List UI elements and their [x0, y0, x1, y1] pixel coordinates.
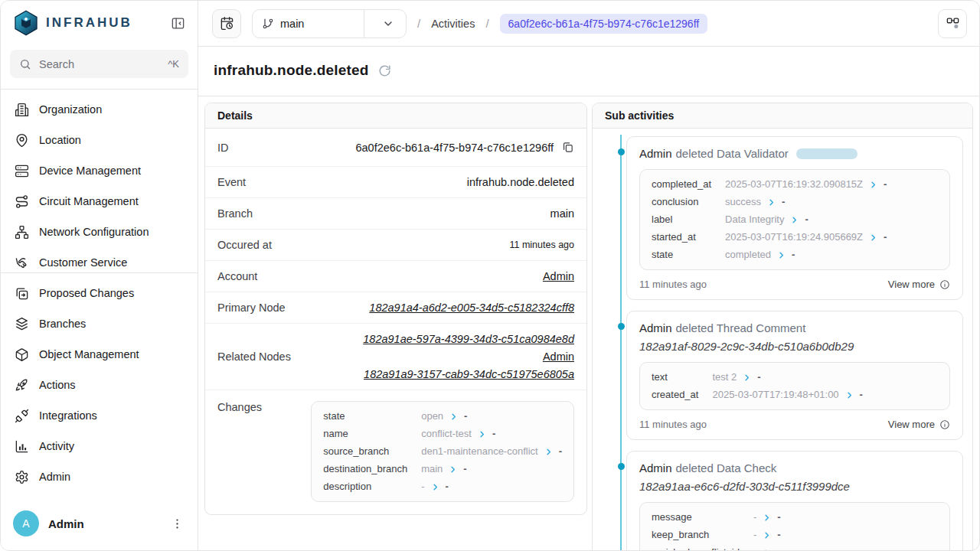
sub-activity-card: Admin deleted Thread Comment 182a91af-80… [626, 311, 963, 440]
related-node-link[interactable]: 182a91ae-597a-4399-34d3-c51ca0984e8d [363, 333, 574, 345]
search-placeholder: Search [39, 58, 160, 70]
activity-title: Admin deleted Data Check [639, 461, 950, 474]
activity-title: Admin deleted Data Validator [639, 147, 950, 160]
activity-properties: completed_at 2025-03-07T16:19:32.090815Z… [639, 169, 950, 270]
refresh-button[interactable] [378, 64, 391, 77]
chevron-right-icon [743, 373, 751, 382]
activity-actor: Admin [639, 147, 672, 160]
detail-row-occured-at: Occured at 11 minutes ago [205, 230, 586, 261]
chevron-right-icon [869, 233, 877, 242]
activity-properties: message -- keep_branch -- enriched_confl… [639, 502, 950, 550]
sidebar-nav-secondary: Proposed Changes Branches Object Managem… [1, 273, 198, 497]
detail-row-event: Event infrahub.node.deleted [205, 167, 586, 198]
sidebar-item-label: Proposed Changes [39, 287, 134, 299]
detail-label: Event [217, 176, 246, 188]
sub-activity-card: Admin deleted Data Validator completed_a… [626, 136, 963, 300]
details-panel: Details ID 6a0f2e6c-b61a-4f75-b974-c76c1… [204, 103, 587, 515]
sub-activities-panel: Sub activities Admin deleted Data Valida… [592, 103, 973, 550]
branch-dropdown-toggle[interactable] [371, 18, 406, 30]
sidebar-item-admin[interactable]: Admin [7, 461, 191, 492]
sidebar-item-activity[interactable]: Activity [7, 431, 191, 461]
user-kebab-button[interactable] [169, 516, 185, 532]
detail-label: Primary Node [217, 302, 286, 314]
divider [364, 10, 364, 37]
chevron-right-icon [763, 531, 771, 540]
building-icon [15, 103, 29, 117]
page-header: infrahub.node.deleted [198, 47, 979, 96]
branch-selector[interactable]: main [252, 9, 407, 38]
chevron-right-icon [478, 430, 486, 439]
sidebar-item-label: Integrations [39, 409, 97, 422]
sidebar-item-actions[interactable]: Actions [7, 370, 191, 400]
map-pin-icon [15, 133, 29, 148]
chevron-right-icon [767, 198, 776, 207]
sidebar-header: INFRAHUB [1, 1, 198, 44]
chevron-right-icon [845, 391, 854, 399]
copy-id-button[interactable] [561, 141, 574, 154]
changes-properties: state open- name conflict-test- source_b… [311, 401, 574, 502]
sidebar-item-customer-service[interactable]: Customer Service [7, 247, 191, 272]
rocket-icon [15, 378, 29, 393]
sidebar-item-organization[interactable]: Organization [7, 94, 191, 125]
sidebar-item-location[interactable]: Location [7, 125, 191, 155]
chevron-right-icon [777, 251, 786, 259]
activity-title: Admin deleted Thread Comment [639, 321, 950, 334]
activity-action: deleted Data Check [676, 461, 777, 474]
view-more-button[interactable]: View more [888, 419, 950, 430]
detail-label: Occured at [217, 239, 272, 251]
detail-label: Account [217, 270, 257, 282]
sidebar-collapse-button[interactable] [169, 15, 187, 32]
sidebar-item-network-configuration[interactable]: Network Configuration [7, 217, 191, 247]
route-icon [15, 194, 29, 209]
sidebar-item-branches[interactable]: Branches [7, 308, 191, 339]
breadcrumb-activities[interactable]: Activities [431, 18, 475, 30]
user-menu[interactable]: A Admin [1, 500, 198, 550]
main-area: main / Activities / 6a0f2e6c-b61a-4f75-b… [198, 1, 979, 550]
sidebar-item-circuit-management[interactable]: Circuit Management [7, 186, 191, 217]
detail-label: Changes [217, 401, 262, 413]
detail-row-related-nodes: Related Nodes 182a91ae-597a-4399-34d3-c5… [205, 324, 586, 390]
sidebar-item-label: Admin [39, 471, 70, 483]
chevron-right-icon [449, 412, 458, 421]
related-node-link[interactable]: Admin [543, 350, 574, 363]
info-icon [939, 279, 950, 290]
search-input[interactable]: Search ^K [10, 50, 188, 78]
sidebar-item-label: Customer Service [39, 256, 127, 269]
sidebar-item-label: Device Management [39, 165, 141, 177]
breadcrumb-activity-id[interactable]: 6a0f2e6c-b61a-4f75-b974-c76c1e1296ff [500, 14, 708, 34]
account-link[interactable]: Admin [543, 270, 574, 282]
detail-row-branch: Branch main [205, 198, 586, 230]
activity-action: deleted Thread Comment [676, 321, 806, 334]
sidebar-item-label: Location [39, 134, 81, 146]
sidebar-item-label: Circuit Management [39, 195, 139, 207]
chevron-down-icon [382, 18, 394, 30]
related-node-link[interactable]: 182a91a9-3157-cab9-34dc-c51975e6805a [364, 368, 574, 380]
copy-icon [561, 141, 574, 154]
activity-timestamp: 11 minutes ago [639, 279, 707, 290]
sidebar-item-proposed-changes[interactable]: Proposed Changes [7, 278, 191, 308]
time-travel-button[interactable] [212, 9, 241, 38]
diff-icon [15, 286, 29, 301]
sidebar-item-label: Organization [39, 103, 102, 116]
sidebar-item-device-management[interactable]: Device Management [7, 155, 191, 186]
kebab-menu-icon [171, 517, 184, 530]
server-icon [15, 164, 29, 178]
detail-value-branch: main [550, 207, 574, 220]
search-icon [19, 58, 31, 70]
content-area: Details ID 6a0f2e6c-b61a-4f75-b974-c76c1… [198, 96, 979, 550]
sidebar-item-object-management[interactable]: Object Management [7, 339, 191, 370]
handshake-icon [15, 256, 29, 270]
view-more-button[interactable]: View more [888, 279, 950, 290]
detail-label: Branch [217, 207, 253, 220]
brand-wordmark: INFRAHUB [46, 15, 162, 31]
breadcrumb-separator: / [417, 17, 420, 30]
detail-label: Related Nodes [217, 350, 291, 363]
breadcrumb-separator: / [485, 17, 488, 30]
activity-footer: 11 minutes ago View more [639, 419, 950, 430]
sidebar-item-integrations[interactable]: Integrations [7, 400, 191, 431]
loading-skeleton [796, 148, 858, 159]
chevron-right-icon [869, 181, 877, 189]
graph-view-button[interactable] [938, 9, 967, 38]
detail-row-id: ID 6a0f2e6c-b61a-4f75-b974-c76c1e1296ff [205, 129, 586, 167]
primary-node-link[interactable]: 182a91a4-a6d2-e005-34d5-c5182324cff8 [369, 302, 574, 314]
